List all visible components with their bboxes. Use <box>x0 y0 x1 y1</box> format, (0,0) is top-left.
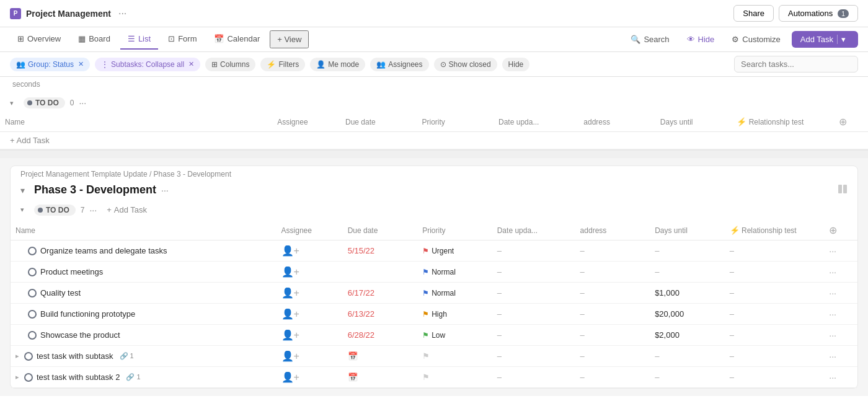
add-task-row-top[interactable]: + Add Task <box>0 132 868 149</box>
task-name-text[interactable]: test task with subtask 2 <box>37 372 120 382</box>
automations-button[interactable]: Automations 1 <box>779 5 858 22</box>
expand-chevron[interactable]: ▸ <box>16 373 19 381</box>
customize-nav-button[interactable]: ⚙ Customize <box>725 32 786 47</box>
task-name-text[interactable]: Quality test <box>40 288 81 297</box>
assignees-icon: 👥 <box>376 60 386 69</box>
phase3-col-add[interactable]: ⊕ <box>824 221 857 240</box>
add-col-icon-top[interactable]: ⊕ <box>839 117 847 127</box>
subtasks-label: Subtasks: Collapse all <box>111 60 184 69</box>
row-actions-button[interactable]: ··· <box>829 372 836 382</box>
todo-more-top[interactable]: ··· <box>79 98 86 108</box>
columns-chip[interactable]: ⊞ Columns <box>205 58 255 71</box>
phase3-todo-chevron[interactable]: ▾ <box>20 206 29 214</box>
assignee-add-icon[interactable]: 👤+ <box>281 288 299 298</box>
tab-calendar[interactable]: 📅 Calendar <box>206 29 267 50</box>
due-date-icon: 📅 <box>348 372 358 382</box>
priority-flag-icon: ⚑ <box>422 310 429 319</box>
tab-list[interactable]: ☰ List <box>120 29 158 50</box>
days-value: – <box>655 351 659 361</box>
row-actions-button[interactable]: ··· <box>829 309 836 319</box>
filters-chip[interactable]: ⚡ Filters <box>260 58 305 71</box>
add-task-cell-top[interactable]: + Add Task <box>0 132 868 149</box>
row-actions-button[interactable]: ··· <box>829 267 836 277</box>
search-nav-button[interactable]: 🔍 Search <box>624 32 675 47</box>
task-status-icon[interactable] <box>28 331 37 340</box>
phase3-add-col-icon[interactable]: ⊕ <box>829 225 837 236</box>
tab-form[interactable]: ⊡ Form <box>161 29 204 50</box>
phase3-todo-more[interactable]: ··· <box>89 205 97 215</box>
col-header-add-top[interactable]: ⊕ <box>834 112 868 132</box>
task-status-icon[interactable] <box>28 247 37 255</box>
expand-chevron[interactable]: ▸ <box>16 352 19 360</box>
app-menu-button[interactable]: ··· <box>116 7 129 20</box>
subtask-info: 🔗 1 <box>120 352 134 360</box>
task-name-text[interactable]: test task with subtask <box>37 351 113 361</box>
subtasks-chip[interactable]: ⋮ Subtasks: Collapse all ✕ <box>95 58 200 71</box>
phase3-col-priority: Priority <box>417 221 492 240</box>
rel-icon-top: ⚡ <box>737 117 746 126</box>
top-bar-right: Share Automations 1 <box>733 5 858 22</box>
hide-nav-button[interactable]: 👁 Hide <box>681 32 721 47</box>
address-value: – <box>580 330 585 340</box>
todo-status-label-top: TO DO <box>35 99 59 107</box>
search-input[interactable] <box>734 56 858 73</box>
task-name-inner: Build functioning prototype <box>16 309 272 319</box>
task-status-icon[interactable] <box>28 268 37 276</box>
task-name-text[interactable]: Build functioning prototype <box>40 309 135 319</box>
assignees-chip[interactable]: 👥 Assignees <box>370 58 428 71</box>
hide-chip[interactable]: Hide <box>502 58 530 71</box>
assignee-add-icon[interactable]: 👤+ <box>281 267 299 277</box>
assignee-add-icon[interactable]: 👤+ <box>281 351 299 361</box>
task-assignee-cell: 👤+ <box>277 367 343 388</box>
date-upd-value: – <box>497 267 502 276</box>
assignee-add-icon[interactable]: 👤+ <box>281 372 299 382</box>
phase3-add-task-button[interactable]: + Add Task <box>102 203 152 217</box>
task-status-icon[interactable] <box>28 289 37 297</box>
assignee-add-icon[interactable]: 👤+ <box>281 330 299 340</box>
task-actions-cell: ··· <box>824 367 857 388</box>
show-closed-chip[interactable]: ⊙ Show closed <box>434 58 497 71</box>
due-date: 5/15/22 <box>348 246 374 255</box>
task-status-icon[interactable] <box>28 310 37 319</box>
phase3-inner: Project Management Template Update / Pha… <box>11 166 857 388</box>
task-priority-cell: ⚑ Low <box>417 325 492 346</box>
phase3-more[interactable]: ··· <box>161 185 169 195</box>
app-title: Project Management <box>26 9 111 19</box>
add-view-button[interactable]: + View <box>270 30 309 48</box>
task-name-text[interactable]: Showcase the product <box>40 330 120 340</box>
days-value: $1,000 <box>655 288 680 297</box>
assignee-add-icon[interactable]: 👤+ <box>281 245 299 256</box>
group-status-chip[interactable]: 👥 Group: Status ✕ <box>10 58 90 71</box>
group-status-close[interactable]: ✕ <box>78 60 84 68</box>
tab-overview-label: Overview <box>27 34 61 43</box>
task-name-text[interactable]: Product meetings <box>40 267 103 276</box>
phase3-chevron[interactable]: ▾ <box>20 185 29 195</box>
task-status-icon[interactable] <box>24 352 33 361</box>
row-actions-button[interactable]: ··· <box>829 246 836 256</box>
me-mode-chip[interactable]: 👤 Me mode <box>310 58 365 71</box>
share-button[interactable]: Share <box>733 5 774 22</box>
tab-overview[interactable]: ⊞ Overview <box>10 29 68 50</box>
automations-label: Automations <box>788 9 833 18</box>
row-actions-button[interactable]: ··· <box>829 351 836 361</box>
task-assignee-cell: 👤+ <box>277 304 343 325</box>
row-actions-button[interactable]: ··· <box>829 288 836 298</box>
subtasks-close[interactable]: ✕ <box>188 60 194 68</box>
phase3-col-assignee: Assignee <box>277 221 343 240</box>
row-actions-button[interactable]: ··· <box>829 330 836 340</box>
days-value: – <box>655 372 659 382</box>
todo-chevron-top[interactable]: ▾ <box>10 99 19 107</box>
task-status-icon[interactable] <box>24 373 33 382</box>
add-task-main-button[interactable]: Add Task ▾ <box>792 31 858 48</box>
phase3-panel-toggle[interactable] <box>838 184 848 196</box>
task-name-text[interactable]: Organize teams and delegate tasks <box>40 246 167 255</box>
assignees-label: Assignees <box>388 60 422 69</box>
assignee-add-icon[interactable]: 👤+ <box>281 309 299 319</box>
col-header-name-top: Name <box>0 112 272 132</box>
table-row: ▸ test task with subtask 🔗 1 👤+ 📅 ⚑ – – … <box>11 346 857 367</box>
tab-board[interactable]: ▦ Board <box>71 29 118 50</box>
task-date-upd-cell: – <box>492 240 575 262</box>
phase3-todo-header: ▾ TO DO 7 ··· + Add Task <box>11 199 857 221</box>
todo-count-top: 0 <box>70 99 74 107</box>
group-status-icon: 👥 <box>16 60 25 69</box>
